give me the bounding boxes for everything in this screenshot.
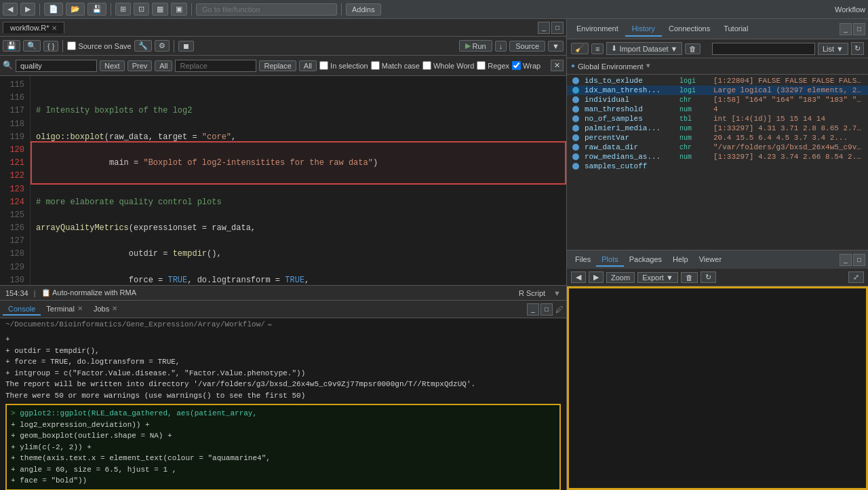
tab-plots[interactable]: Plots: [596, 253, 623, 267]
plot-prev-button[interactable]: ◀: [571, 271, 586, 283]
console-path-edit-icon[interactable]: ✏: [268, 320, 273, 328]
save-button[interactable]: 💾: [87, 3, 106, 16]
go-to-file-input[interactable]: [196, 3, 337, 16]
env-row-cutoff[interactable]: samples_cutoff: [567, 162, 868, 171]
regex-label[interactable]: Regex: [477, 61, 509, 70]
new-file-button[interactable]: 📄: [44, 3, 63, 16]
maximize-editor-button[interactable]: □: [551, 22, 564, 34]
replace-button[interactable]: Replace: [259, 60, 296, 71]
env-row-rowmedians[interactable]: row_medians_as... num [1:33297] 4.23 3.7…: [567, 152, 868, 162]
bottom-minimize-button[interactable]: _: [840, 254, 852, 266]
source-button[interactable]: Source: [509, 41, 545, 52]
code-button[interactable]: { }: [43, 41, 58, 52]
console-clear-button[interactable]: 🖊: [555, 305, 564, 314]
console-content[interactable]: + + outdir = tempdir(), + force = TRUE, …: [0, 331, 566, 490]
run-button[interactable]: ▶ Run: [459, 40, 492, 52]
search-input[interactable]: quality: [16, 60, 97, 72]
env-row-ids[interactable]: ids_to_exlude logi [1:22804] FALSE FALSE…: [567, 76, 868, 86]
env-list-button[interactable]: ≡: [591, 43, 604, 54]
editor-tab-workflow[interactable]: workflow.R* ✕: [3, 22, 64, 33]
refresh-button[interactable]: ↻: [851, 42, 864, 55]
right-panel-maximize-button[interactable]: □: [853, 23, 865, 35]
console-minimize-button[interactable]: _: [527, 303, 539, 316]
tab-tutorial[interactable]: Tutorial: [717, 22, 755, 37]
wrap-label[interactable]: Wrap: [512, 61, 540, 70]
whole-word-label[interactable]: Whole Word: [422, 61, 474, 70]
right-tab-bar: Environment History Connections Tutorial…: [567, 19, 868, 39]
env-row-samples[interactable]: no_of_samples tbl int [1:4(1d)] 15 15 14…: [567, 114, 868, 124]
search-all-button[interactable]: All: [155, 60, 172, 71]
source-on-save-label[interactable]: Source on Save: [67, 41, 131, 50]
save-file-button[interactable]: 💾: [3, 40, 20, 52]
match-case-checkbox[interactable]: [371, 61, 380, 70]
source-dropdown-button[interactable]: ▼: [548, 41, 564, 52]
console-tab-terminal[interactable]: Terminal ✕: [41, 303, 88, 316]
run-all-button[interactable]: ↓: [495, 41, 507, 52]
script-type-dropdown-icon[interactable]: ▼: [553, 289, 561, 297]
forward-button[interactable]: ▶: [20, 3, 35, 16]
env-clear-button[interactable]: 🗑: [685, 43, 701, 54]
bottom-maximize-button[interactable]: □: [853, 254, 865, 266]
tab-help[interactable]: Help: [667, 253, 694, 267]
plot-next-button[interactable]: ▶: [589, 271, 604, 283]
global-env-dropdown-icon[interactable]: ▼: [646, 62, 650, 70]
grid-button[interactable]: ⊞: [115, 3, 131, 16]
env-row-palmieri[interactable]: palmieri_media... num [1:33297] 4.31 3.7…: [567, 124, 868, 133]
env-row-percentvar[interactable]: percentVar num 20.4 15.5 6.4 4.5 3.7 3.4…: [567, 133, 868, 143]
env-row-threshold[interactable]: man_threshold num 4: [567, 105, 868, 114]
grid3-button[interactable]: ▦: [152, 3, 168, 16]
tools-button[interactable]: 🔧: [134, 40, 152, 52]
global-env-label: Global Environment: [578, 62, 644, 71]
in-selection-checkbox[interactable]: [319, 61, 328, 70]
search-prev-button[interactable]: Prev: [127, 60, 153, 71]
plots-expand-button[interactable]: ⤢: [848, 271, 864, 283]
whole-word-checkbox[interactable]: [422, 61, 431, 70]
replace-all-button[interactable]: All: [299, 60, 317, 71]
env-broom-button[interactable]: 🧹: [571, 43, 589, 54]
code-content[interactable]: # Intensity boxplots of the log2 oligo::…: [31, 76, 566, 285]
env-row-individual[interactable]: individual chr [1:58] "164" "164" "183" …: [567, 95, 868, 105]
plot-refresh-button[interactable]: ↻: [701, 271, 716, 283]
find-button[interactable]: 🔍: [23, 40, 41, 52]
wrench-button[interactable]: ⚙: [155, 40, 170, 52]
right-panel-minimize-button[interactable]: _: [840, 23, 852, 35]
list-view-button[interactable]: List ▼: [818, 43, 848, 55]
wrap-checkbox[interactable]: [512, 61, 521, 70]
grid4-button[interactable]: ▣: [171, 3, 187, 16]
console-tab-jobs[interactable]: Jobs ✕: [88, 303, 123, 316]
regex-checkbox[interactable]: [477, 61, 486, 70]
console-tab-console[interactable]: Console: [3, 303, 41, 316]
code-editor[interactable]: 115 116 117 118 119 120 121 122 123 124 …: [0, 76, 566, 285]
env-search-input[interactable]: [712, 43, 815, 55]
match-case-label[interactable]: Match case: [371, 61, 420, 70]
tab-packages[interactable]: Packages: [624, 253, 667, 267]
tab-environment[interactable]: Environment: [570, 22, 625, 37]
source-on-save-checkbox[interactable]: [67, 41, 76, 50]
grid2-button[interactable]: ⊡: [134, 3, 149, 16]
jobs-tab-close-icon[interactable]: ✕: [112, 305, 117, 312]
replace-input[interactable]: [175, 60, 256, 72]
tab-connections[interactable]: Connections: [662, 22, 717, 37]
minimize-editor-button[interactable]: _: [538, 22, 550, 34]
tab-files[interactable]: Files: [570, 253, 596, 267]
env-row-idx[interactable]: idx_man_thresh... logi Large logical (33…: [567, 86, 868, 95]
open-file-button[interactable]: 📂: [66, 3, 85, 16]
zoom-button[interactable]: Zoom: [606, 272, 635, 283]
tab-viewer[interactable]: Viewer: [694, 253, 727, 267]
console-maximize-button[interactable]: □: [540, 303, 553, 316]
env-table[interactable]: ids_to_exlude logi [1:22804] FALSE FALSE…: [567, 75, 868, 250]
back-button[interactable]: ◀: [3, 3, 18, 16]
search-next-button[interactable]: Next: [100, 60, 125, 71]
stop-button[interactable]: ⏹: [178, 41, 194, 52]
env-dot-rawdir: [572, 144, 579, 151]
import-dataset-button[interactable]: ⬇ Import Dataset ▼: [606, 42, 682, 55]
tab-history[interactable]: History: [625, 22, 662, 37]
export-button[interactable]: Export ▼: [637, 272, 678, 283]
env-row-rawdir[interactable]: raw_data_dir chr "/var/folders/g3/bxsd_2…: [567, 143, 868, 152]
search-close-button[interactable]: ✕: [551, 60, 564, 71]
plot-delete-button[interactable]: 🗑: [681, 272, 698, 283]
editor-tab-close-icon[interactable]: ✕: [52, 24, 57, 32]
terminal-tab-close-icon[interactable]: ✕: [77, 305, 83, 312]
in-selection-label[interactable]: In selection: [319, 61, 368, 70]
addins-button[interactable]: Addins: [346, 3, 381, 16]
